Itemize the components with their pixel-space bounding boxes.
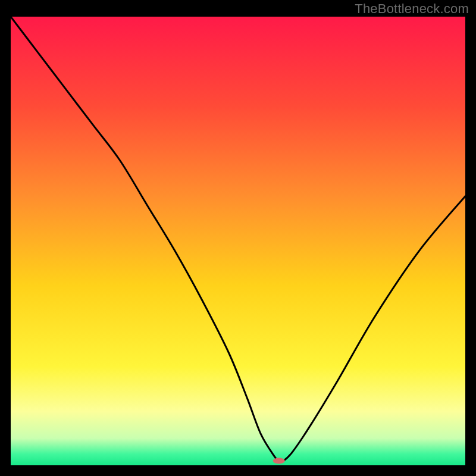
chart-frame: TheBottleneck.com <box>0 0 476 476</box>
watermark-text: TheBottleneck.com <box>355 1 469 17</box>
gradient-rect <box>11 17 465 465</box>
plot-area <box>11 17 465 465</box>
chart-svg <box>11 17 465 465</box>
optimal-point-marker <box>273 458 285 464</box>
